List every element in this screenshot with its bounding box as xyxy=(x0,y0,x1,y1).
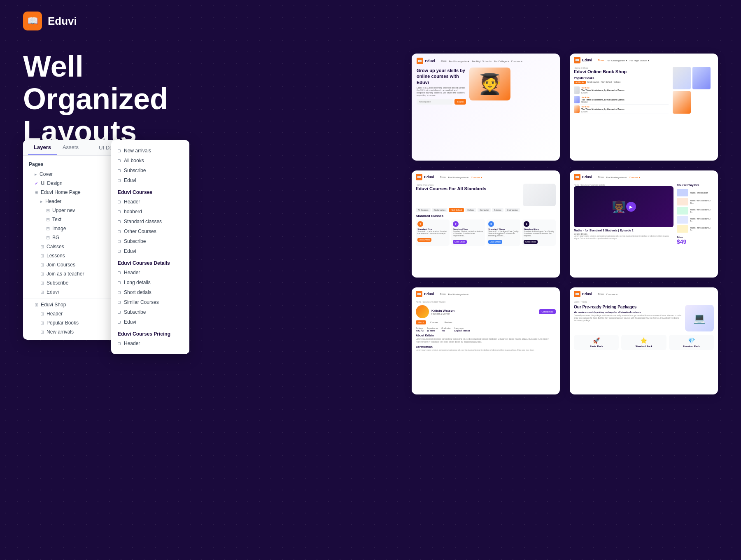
right-courses-header[interactable]: Header xyxy=(111,197,189,207)
playlist-item[interactable]: Maths - for Standard 3 D... xyxy=(677,215,714,224)
playlist-item[interactable]: Maths - Introduction xyxy=(677,188,714,197)
about-title: About Kritsin xyxy=(416,334,556,337)
playlist-item[interactable]: Maths - for Standard 3 D... xyxy=(677,224,714,233)
hero-title: Well Organized Layouts xyxy=(23,50,221,148)
right-other-courses[interactable]: Orher Courses xyxy=(111,226,189,236)
courses-title: Eduvi Courses For All Standards xyxy=(416,186,520,191)
logo-text: Eduvi xyxy=(48,15,77,28)
pricing-plans: 🚀 Basic Pack ⭐ Standard Pack 💎 Premium P… xyxy=(574,335,714,350)
right-section-details: Eduvi Courses Details xyxy=(111,256,189,268)
preview-card-home: 📖 Eduvi Shop For Kindergarten ▾ For High… xyxy=(412,54,560,161)
previews-grid: 📖 Eduvi Shop For Kindergarten ▾ For High… xyxy=(412,54,718,394)
standard-pack-label: Standard Pack xyxy=(624,345,664,348)
profile-header: Kritsin Watson Founder & Mentor Contact … xyxy=(416,305,556,318)
card-nav: 📖 Eduvi Shop For Kindergarten ▾ For High… xyxy=(417,58,555,64)
right-eduvi-2[interactable]: Eduvi xyxy=(111,246,189,256)
book-item: ★★★★★ The Three Musketeers, by Alexandre… xyxy=(574,105,669,114)
logo-icon: 📖 xyxy=(27,16,38,26)
right-details-header[interactable]: Header xyxy=(111,268,189,278)
preview-card-profile: 📖 Eduvi Shop For Kindergarten ▾ Home / C… xyxy=(412,287,560,394)
right-all-books[interactable]: All books xyxy=(111,156,189,166)
shop-title: Eduvi Online Book Shop xyxy=(574,69,669,74)
standard-cards: 1 Standard One Standard 1 is a foundatio… xyxy=(416,219,556,246)
pricing-sub: We create a monthly pricing package for … xyxy=(574,311,682,313)
right-eduvi-3[interactable]: Eduvi xyxy=(111,317,189,327)
right-eduvi-1[interactable]: Eduvi xyxy=(111,175,189,185)
right-similar-courses[interactable]: Similar Courses xyxy=(111,297,189,307)
profile-role: Founder & Mentor xyxy=(431,313,454,315)
right-panel: New arrivals All books Subscribe Eduvi E… xyxy=(111,140,189,354)
preview-card-pricing: 📖 Eduvi Shop Courses ▾ Eduvi / Pricing O… xyxy=(570,287,718,394)
contact-button[interactable]: Contact Now xyxy=(539,309,556,314)
pricing-title: Our Pre-ready Pricing Packages xyxy=(574,305,682,309)
card-hero-image: 🧑‍🎓 xyxy=(469,68,510,100)
book-item: ★★★★★ The Three Musketeers, by Alexandre… xyxy=(574,86,669,95)
tab-layers[interactable]: Layers xyxy=(28,140,57,155)
right-subscribe-2[interactable]: Subscribe xyxy=(111,236,189,246)
standard-two: 2 Standard Two Standard 2 builds on the … xyxy=(451,219,485,246)
right-section-courses: Eduvi Courses xyxy=(111,185,189,197)
play-button[interactable]: ▶ xyxy=(626,202,636,212)
preview-card-shop: 📖 Eduvi Shop For Kindergarten ▾ For High… xyxy=(570,54,718,161)
profile-avatar xyxy=(416,305,429,318)
logo-box: 📖 xyxy=(23,12,42,30)
playlist-item[interactable]: Maths - for Standard 3 St... xyxy=(677,197,714,206)
about-text: Lorem ipsum dolor sit amet, consectetur … xyxy=(416,338,556,343)
premium-pack: 💎 Premium Pack xyxy=(669,335,714,350)
video-player: 👨‍🏫 ▶ xyxy=(574,186,673,227)
right-long-details[interactable]: Long details xyxy=(111,278,189,287)
standard-one: 1 Standard One Standard 1 is a foundatio… xyxy=(416,219,450,246)
card-search-btn[interactable]: Search xyxy=(454,99,466,105)
preview-card-courses: 📖 Eduvi Shop For Kindergarten ▾ Courses … xyxy=(412,170,560,278)
courses-tabs: All Courses Kindergarten High School Col… xyxy=(416,208,556,212)
preview-card-video: 📖 Eduvi Shop For Kindergarten ▾ Courses … xyxy=(570,170,718,278)
profile-name: Kritsin Watson xyxy=(431,309,454,313)
video-title: Maths - for Standard 3 Students | Episod… xyxy=(574,229,673,232)
header: 📖 Eduvi xyxy=(0,0,741,42)
profile-stats: Ratings 4.9(171) Experiences 10 Years Gr… xyxy=(416,327,556,332)
premium-pack-label: Premium Pack xyxy=(671,345,711,348)
right-hobberd[interactable]: hobberd xyxy=(111,207,189,217)
right-pricing-header[interactable]: Header xyxy=(111,338,189,348)
card-search: Kindergarten Search xyxy=(417,99,466,105)
playlist: Maths - Introduction Maths - for Standar… xyxy=(677,188,714,233)
standard-pack: ⭐ Standard Pack xyxy=(621,335,666,350)
right-standard-classes[interactable]: Standard classes xyxy=(111,217,189,226)
right-subscribe-1[interactable]: Subscribe xyxy=(111,166,189,175)
card-hero-heading: Grow up your skills by online courses wi… xyxy=(417,68,466,85)
standard-label: Standard Classes xyxy=(416,214,556,218)
right-short-details[interactable]: Short detials xyxy=(111,287,189,297)
basic-pack-label: Basic Pack xyxy=(576,345,616,348)
card-hero-desc: Eduvi is a Global learning provider base… xyxy=(417,86,466,96)
tab-assets[interactable]: Assets xyxy=(57,140,84,155)
book-item: ★★★★★ The Three Musketeers, by Alexandre… xyxy=(574,95,669,105)
playlist-item[interactable]: Maths - for Standard 3 D... xyxy=(677,206,714,215)
right-new-arrivals[interactable]: New arrivals xyxy=(111,146,189,156)
standard-three: 3 Standard Three Standard 3 of the Agent… xyxy=(487,219,520,246)
right-section-pricing: Eduvi Courses Pricing xyxy=(111,327,189,338)
basic-pack: 🚀 Basic Pack xyxy=(574,335,619,350)
standard-four: 4 Standard Four Standard 4 of the Agent … xyxy=(522,219,556,246)
right-subscribe-3[interactable]: Subscribe xyxy=(111,307,189,317)
